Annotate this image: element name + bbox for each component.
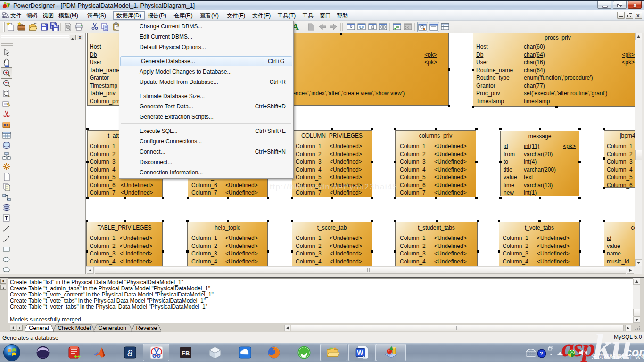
svg-text:Generation: Generation [99, 325, 126, 331]
svg-text:?: ? [540, 350, 543, 356]
svg-text:Check Model: Check Model [58, 325, 91, 331]
svg-text:General: General [29, 325, 49, 331]
svg-text:FB: FB [182, 350, 190, 357]
svg-text:W: W [357, 349, 363, 356]
svg-text:T: T [5, 215, 8, 221]
svg-text:Reverse: Reverse [136, 325, 157, 331]
svg-text:++: ++ [74, 354, 81, 360]
svg-text:8: 8 [127, 348, 132, 358]
